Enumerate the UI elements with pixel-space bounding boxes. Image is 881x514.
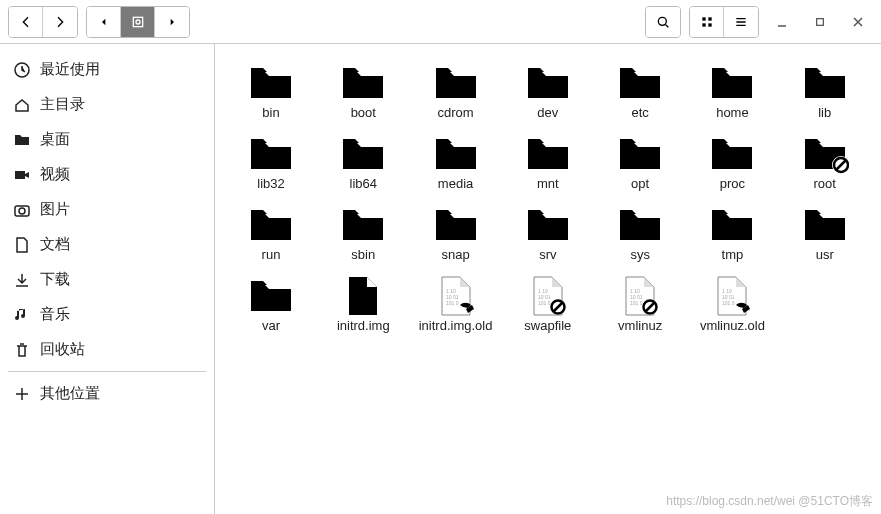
file-item[interactable]: sys: [594, 200, 686, 267]
clock-icon: [14, 62, 30, 78]
file-label: snap: [441, 248, 469, 263]
file-item[interactable]: 1 1010 01101 0initrd.img.old: [410, 271, 502, 338]
sidebar-item-downloads[interactable]: 下载: [0, 262, 214, 297]
sidebar-item-recent[interactable]: 最近使用: [0, 52, 214, 87]
folder-icon: [801, 204, 849, 246]
file-item[interactable]: bin: [225, 58, 317, 125]
path-prev-button[interactable]: [87, 7, 121, 37]
path-next-button[interactable]: [155, 7, 189, 37]
file-item[interactable]: 1 1010 01101 0vmlinuz.old: [686, 271, 778, 338]
file-label: mnt: [537, 177, 559, 192]
file-item[interactable]: snap: [410, 200, 502, 267]
view-list-button[interactable]: [724, 7, 758, 37]
forward-button[interactable]: [43, 7, 77, 37]
file-label: dev: [537, 106, 558, 121]
download-icon: [14, 272, 30, 288]
folder-icon: [616, 62, 664, 104]
folder-icon: [432, 62, 480, 104]
folder-icon: [801, 62, 849, 104]
file-item[interactable]: proc: [686, 129, 778, 196]
search-icon: [655, 14, 671, 30]
svg-text:101 0: 101 0: [446, 300, 459, 306]
folder-icon: [616, 133, 664, 175]
file-label: initrd.img.old: [419, 319, 493, 334]
file-item[interactable]: lib: [779, 58, 871, 125]
search-button[interactable]: [646, 7, 680, 37]
file-item[interactable]: media: [410, 129, 502, 196]
file-item[interactable]: 1 1010 01101 0vmlinuz: [594, 271, 686, 338]
sidebar-item-videos[interactable]: 视频: [0, 157, 214, 192]
file-label: media: [438, 177, 473, 192]
sidebar-item-desktop[interactable]: 桌面: [0, 122, 214, 157]
file-label: boot: [351, 106, 376, 121]
folder-icon: [616, 204, 664, 246]
file-item[interactable]: mnt: [502, 129, 594, 196]
close-icon: [852, 16, 864, 28]
toolbar: [0, 0, 881, 44]
close-button[interactable]: [843, 7, 873, 37]
file-item[interactable]: srv: [502, 200, 594, 267]
file-label: cdrom: [438, 106, 474, 121]
folder-icon: [339, 62, 387, 104]
view-icons-button[interactable]: [690, 7, 724, 37]
file-item[interactable]: opt: [594, 129, 686, 196]
minimize-icon: [776, 16, 788, 28]
path-current-button[interactable]: [121, 7, 155, 37]
svg-rect-4: [708, 17, 711, 20]
maximize-button[interactable]: [805, 7, 835, 37]
file-grid: binbootcdromdevetchomeliblib32lib64media…: [225, 58, 871, 338]
grid-icon: [699, 14, 715, 30]
file-label: root: [814, 177, 836, 192]
sidebar-item-documents[interactable]: 文档: [0, 227, 214, 262]
file-label: srv: [539, 248, 556, 263]
folder-icon: [432, 204, 480, 246]
file-item[interactable]: run: [225, 200, 317, 267]
file-label: bin: [262, 106, 279, 121]
file-icon: 1 1010 01101 0: [524, 275, 572, 317]
file-item[interactable]: dev: [502, 58, 594, 125]
file-item[interactable]: lib32: [225, 129, 317, 196]
search-group: [645, 6, 681, 38]
sidebar-item-trash[interactable]: 回收站: [0, 332, 214, 367]
file-item[interactable]: cdrom: [410, 58, 502, 125]
file-item[interactable]: tmp: [686, 200, 778, 267]
folder-icon: [708, 62, 756, 104]
folder-icon: [247, 62, 295, 104]
view-group: [689, 6, 759, 38]
file-item[interactable]: lib64: [317, 129, 409, 196]
sidebar-item-music[interactable]: 音乐: [0, 297, 214, 332]
sidebar-item-label: 回收站: [40, 340, 85, 359]
sidebar-item-other[interactable]: 其他位置: [0, 376, 214, 411]
sidebar-item-label: 主目录: [40, 95, 85, 114]
file-item[interactable]: usr: [779, 200, 871, 267]
sidebar-item-label: 最近使用: [40, 60, 100, 79]
folder-icon: [247, 133, 295, 175]
file-label: tmp: [722, 248, 744, 263]
folder-icon: [432, 133, 480, 175]
file-label: opt: [631, 177, 649, 192]
file-item[interactable]: boot: [317, 58, 409, 125]
sidebar-item-label: 图片: [40, 200, 70, 219]
file-icon: [339, 275, 387, 317]
file-grid-container: binbootcdromdevetchomeliblib32lib64media…: [215, 44, 881, 514]
triangle-left-icon: [96, 14, 112, 30]
file-icon: 1 1010 01101 0: [432, 275, 480, 317]
file-label: usr: [816, 248, 834, 263]
file-item[interactable]: initrd.img: [317, 271, 409, 338]
sidebar: 最近使用主目录桌面视频图片文档下载音乐回收站其他位置: [0, 44, 215, 514]
sidebar-item-home[interactable]: 主目录: [0, 87, 214, 122]
minimize-button[interactable]: [767, 7, 797, 37]
sidebar-item-pictures[interactable]: 图片: [0, 192, 214, 227]
svg-text:101 0: 101 0: [630, 300, 643, 306]
home-icon: [14, 97, 30, 113]
file-item[interactable]: home: [686, 58, 778, 125]
file-item[interactable]: var: [225, 271, 317, 338]
file-item[interactable]: 1 1010 01101 0swapfile: [502, 271, 594, 338]
file-item[interactable]: etc: [594, 58, 686, 125]
path-bar: [86, 6, 190, 38]
file-label: sys: [630, 248, 650, 263]
file-item[interactable]: root: [779, 129, 871, 196]
file-item[interactable]: sbin: [317, 200, 409, 267]
music-icon: [14, 307, 30, 323]
back-button[interactable]: [9, 7, 43, 37]
